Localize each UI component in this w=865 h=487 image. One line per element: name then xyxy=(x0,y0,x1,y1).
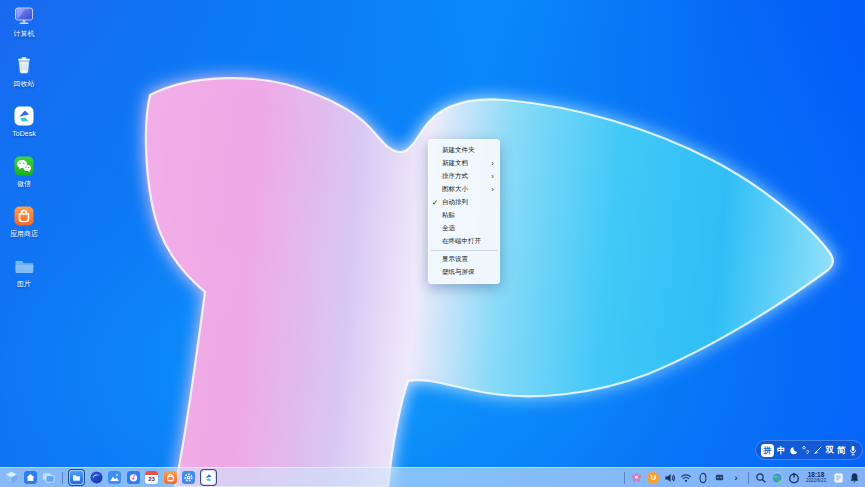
calendar-icon[interactable]: 23 xyxy=(144,470,159,485)
menu-item-select-all[interactable]: 全选 xyxy=(429,222,499,235)
computer-icon xyxy=(13,5,35,27)
desktop-icon-label: 回收站 xyxy=(14,80,35,88)
search-icon[interactable] xyxy=(754,471,767,484)
desktop-icon-label: ToDesk xyxy=(12,130,35,138)
taskbar-separator xyxy=(62,472,63,484)
control-center-icon[interactable] xyxy=(181,470,196,485)
app-store-icon[interactable] xyxy=(163,470,178,485)
desktop-icon-label: 图片 xyxy=(17,280,31,288)
menu-separator xyxy=(431,250,497,251)
desktop-icon-label: 计算机 xyxy=(14,30,35,38)
system-tray: U › 18:18 2022/6/23 xyxy=(622,471,861,484)
desktop-icon-label: 应用商店 xyxy=(10,230,38,238)
volume-icon[interactable] xyxy=(663,471,676,484)
power-icon[interactable] xyxy=(787,471,800,484)
submenu-arrow-icon: › xyxy=(491,174,494,180)
desktop-icon-todesk[interactable]: ToDesk xyxy=(1,105,47,138)
ime-chinese-mode[interactable]: 中 xyxy=(777,446,786,455)
input-method-status-bar: 拼 中 双 简 xyxy=(755,440,863,460)
file-manager-icon[interactable] xyxy=(68,469,85,486)
desktop-icon-wechat[interactable]: 微信 xyxy=(1,155,47,188)
tray-separator xyxy=(748,472,749,484)
wifi-icon[interactable] xyxy=(680,471,693,484)
calendar-day: 23 xyxy=(145,475,158,484)
todesk-icon xyxy=(13,105,35,127)
taskbar-left-icons: 23 xyxy=(4,469,217,486)
network-globe-icon[interactable] xyxy=(771,471,784,484)
tray-expand-chevron-icon[interactable]: › xyxy=(729,471,742,484)
clock-date: 2022/6/23 xyxy=(806,479,826,484)
recycle-bin-icon xyxy=(13,55,35,77)
desktop-icon-computer[interactable]: 计算机 xyxy=(1,5,47,38)
punctuation-icon[interactable] xyxy=(801,445,810,455)
menu-item-open-in-terminal[interactable]: 在终端中打开 xyxy=(429,235,499,248)
music-player-icon[interactable] xyxy=(126,470,141,485)
desktop-icon-app-store[interactable]: 应用商店 xyxy=(1,205,47,238)
flower-app-icon[interactable] xyxy=(630,471,643,484)
menu-item-new-folder[interactable]: 新建文件夹 xyxy=(429,144,499,157)
desktop-icon-recycle-bin[interactable]: 回收站 xyxy=(1,55,47,88)
app-store-icon xyxy=(13,205,35,227)
menu-item-display-settings[interactable]: 显示设置 xyxy=(429,253,499,266)
tray-separator xyxy=(624,472,625,484)
launcher-cube-icon[interactable] xyxy=(4,470,19,485)
wechat-icon xyxy=(13,155,35,177)
home-launcher-icon[interactable] xyxy=(23,470,38,485)
peripheral-icon[interactable] xyxy=(713,471,726,484)
menu-item-auto-arrange[interactable]: ✓自动排列 xyxy=(429,196,499,209)
ime-shuangpin[interactable]: 双 xyxy=(826,446,835,455)
submenu-arrow-icon: › xyxy=(491,187,494,193)
desktop-icon-pictures[interactable]: 图片 xyxy=(1,255,47,288)
taskbar: 23 U xyxy=(0,467,865,487)
menu-item-sort-by[interactable]: 排序方式› xyxy=(429,170,499,183)
taskbar-clock[interactable]: 18:18 2022/6/23 xyxy=(806,472,826,484)
microphone-icon[interactable] xyxy=(849,445,857,456)
multitasking-view-icon[interactable] xyxy=(41,470,56,485)
desktop-icon-label: 微信 xyxy=(17,180,31,188)
pen-icon[interactable] xyxy=(813,445,823,455)
browser-icon[interactable] xyxy=(89,470,104,485)
ime-simplified[interactable]: 简 xyxy=(837,446,846,455)
menu-item-paste[interactable]: 粘贴 xyxy=(429,209,499,222)
image-viewer-icon[interactable] xyxy=(107,470,122,485)
fullmoon-icon[interactable] xyxy=(789,446,798,455)
menu-item-wallpaper-screensaver[interactable]: 壁纸与屏保 xyxy=(429,266,499,279)
submenu-arrow-icon: › xyxy=(491,161,494,167)
bluetooth-icon[interactable] xyxy=(696,471,709,484)
u-badge-icon[interactable]: U xyxy=(647,471,660,484)
desktop-context-menu: 新建文件夹 新建文档› 排序方式› 图标大小› ✓自动排列 粘贴 全选 在终端中… xyxy=(428,139,500,284)
todesk-taskbar-icon[interactable] xyxy=(200,469,217,486)
pictures-folder-icon xyxy=(13,255,35,277)
notification-bell-icon[interactable] xyxy=(848,471,861,484)
clipboard-icon[interactable] xyxy=(832,471,845,484)
pinyin-badge-icon[interactable]: 拼 xyxy=(761,444,774,457)
menu-item-new-document[interactable]: 新建文档› xyxy=(429,157,499,170)
checkmark-icon: ✓ xyxy=(432,198,442,207)
menu-item-icon-size[interactable]: 图标大小› xyxy=(429,183,499,196)
